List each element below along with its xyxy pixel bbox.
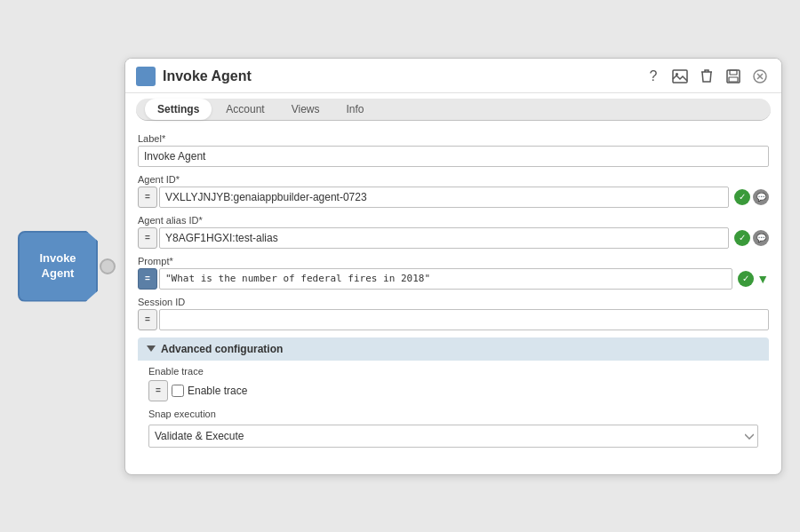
agent-id-check-icon: ✓ — [734, 189, 750, 205]
session-id-label: Session ID — [138, 297, 769, 307]
agent-id-suffix: ✓ 💬 — [734, 189, 769, 205]
save-button[interactable] — [723, 66, 744, 87]
tab-settings[interactable]: Settings — [145, 99, 212, 120]
svg-rect-4 — [729, 77, 738, 82]
prompt-dropdown-icon[interactable]: ▼ — [756, 272, 769, 286]
collapse-icon — [147, 345, 156, 352]
agent-id-chat-icon[interactable]: 💬 — [753, 189, 769, 205]
agent-id-label: Agent ID* — [138, 174, 769, 185]
agent-id-field-group: Agent ID* = ✓ 💬 — [138, 174, 769, 208]
agent-id-expr-btn[interactable]: = — [138, 187, 157, 208]
tab-views[interactable]: Views — [279, 99, 332, 120]
agent-alias-field-group: Agent alias ID* = ✓ 💬 — [138, 215, 769, 249]
prompt-label: Prompt* — [138, 256, 769, 266]
agent-alias-check-icon: ✓ — [734, 230, 750, 246]
enable-trace-checkbox-label: Enable trace — [188, 385, 247, 397]
label-field-label: Label* — [138, 133, 769, 144]
prompt-suffix: ✓ ▼ — [738, 271, 769, 287]
session-id-expr-btn[interactable]: = — [138, 309, 157, 330]
tab-bar: Settings Account Views Info — [136, 99, 771, 121]
tab-info[interactable]: Info — [334, 99, 377, 120]
prompt-field-group: Prompt* = ✓ ▼ — [138, 256, 769, 290]
tab-account[interactable]: Account — [213, 99, 276, 120]
label-input[interactable] — [138, 146, 769, 167]
header-left: Invoke Agent — [136, 67, 252, 86]
header-actions: ? — [643, 66, 771, 87]
agent-alias-row: = ✓ 💬 — [138, 227, 769, 249]
help-button[interactable]: ? — [643, 66, 664, 87]
enable-trace-checkbox[interactable] — [172, 385, 184, 397]
label-field-group: Label* — [138, 133, 769, 167]
prompt-row: = ✓ ▼ — [138, 268, 769, 290]
image-button[interactable] — [669, 66, 691, 87]
node-icon — [136, 67, 156, 86]
agent-alias-input[interactable] — [159, 227, 729, 249]
agent-alias-label: Agent alias ID* — [138, 215, 769, 226]
agent-id-row: = ✓ 💬 — [138, 187, 769, 208]
tag-connector — [100, 258, 116, 274]
snap-execution-select[interactable]: Validate & Execute Execute only Validate… — [148, 425, 758, 448]
panel-header: Invoke Agent ? — [125, 59, 781, 93]
session-id-input[interactable] — [159, 309, 769, 330]
enable-trace-row: = Enable trace — [148, 380, 758, 401]
prompt-expr-btn[interactable]: = — [138, 268, 157, 290]
prompt-check-icon: ✓ — [738, 271, 754, 287]
tag-shape: InvokeAgent — [18, 231, 98, 302]
agent-alias-expr-btn[interactable]: = — [138, 227, 157, 249]
session-id-row: = — [138, 309, 769, 330]
panel-content: Label* Agent ID* = ✓ 💬 Agent alias ID* — [125, 126, 781, 474]
agent-id-input[interactable] — [159, 187, 729, 208]
advanced-title: Advanced configuration — [161, 343, 283, 355]
tag-label: InvokeAgent — [39, 251, 76, 282]
session-id-field-group: Session ID = — [138, 297, 769, 330]
enable-trace-field-label: Enable trace — [148, 366, 758, 377]
agent-alias-suffix: ✓ 💬 — [734, 230, 769, 246]
settings-panel: Invoke Agent ? — [124, 58, 782, 475]
close-button[interactable] — [749, 66, 771, 87]
snap-execution-wrapper: Validate & Execute Execute only Validate… — [148, 421, 758, 448]
snap-execution-label: Snap execution — [148, 409, 758, 419]
enable-trace-expr-btn[interactable]: = — [148, 380, 168, 401]
prompt-input[interactable] — [159, 268, 732, 290]
delete-button[interactable] — [696, 66, 717, 87]
advanced-header[interactable]: Advanced configuration — [138, 337, 769, 361]
panel-title: Invoke Agent — [163, 68, 252, 84]
advanced-section: Advanced configuration Enable trace = En… — [138, 337, 769, 464]
advanced-content: Enable trace = Enable trace Snap executi… — [138, 361, 769, 464]
agent-alias-chat-icon[interactable]: 💬 — [753, 230, 769, 246]
enable-trace-group: Enable trace = Enable trace — [148, 366, 758, 401]
node-tag: InvokeAgent — [18, 231, 116, 302]
snap-execution-group: Snap execution Validate & Execute Execut… — [148, 409, 758, 448]
